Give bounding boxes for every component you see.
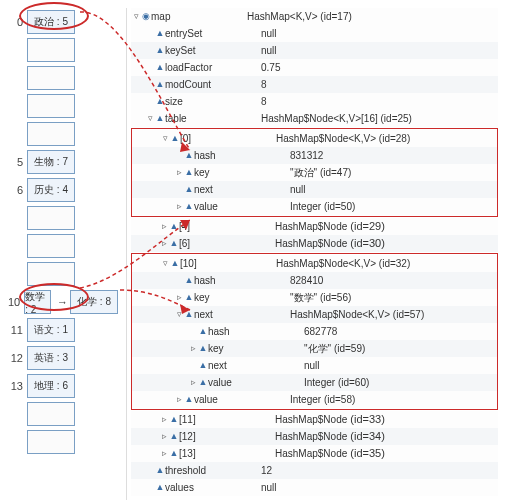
expand-icon[interactable]: ▿ [160,255,170,272]
hash-bucket-array: 0政治 : 55生物 : 76历史 : 410数学 : 2→化学 : 811语文… [8,8,118,500]
highlight-box: ▿ ▲ [0] HashMap$Node<K,V> (id=28) ▲hash8… [131,128,498,217]
bucket-row: 12英语 : 3 [8,344,118,372]
bucket-row [8,232,118,260]
tree-row[interactable]: ▹▲[13]HashMap$Node (id=35) [131,445,498,462]
bucket-cell [27,430,75,454]
bucket-cell: 地理 : 6 [27,374,75,398]
chained-cell: 化学 : 8 [70,290,118,314]
tree-row[interactable]: ▿ ▲ [10] HashMap$Node<K,V> (id=32) [132,255,497,272]
expand-icon[interactable]: ▿ [145,110,155,127]
bucket-row [8,428,118,456]
object-icon: ◉ [141,8,151,25]
bucket-cell: 政治 : 5 [27,10,75,34]
bucket-cell [27,206,75,230]
debugger-variables-tree: ▿ ◉ map HashMap<K,V> (id=17) ▲entrySetnu… [126,8,498,500]
bucket-cell [27,402,75,426]
bucket-cell [27,262,75,286]
bucket-row: 5生物 : 7 [8,148,118,176]
bucket-cell: 生物 : 7 [27,150,75,174]
bucket-cell: 语文 : 1 [27,318,75,342]
bucket-row [8,92,118,120]
bucket-cell: 英语 : 3 [27,346,75,370]
highlight-box: ▿ ▲ [10] HashMap$Node<K,V> (id=32) ▲hash… [131,253,498,410]
bucket-row [8,120,118,148]
bucket-row [8,260,118,288]
tree-row[interactable]: ▿ ▲ table HashMap$Node<K,V>[16] (id=25) [131,110,498,127]
tree-row[interactable]: ▿ ▲ [0] HashMap$Node<K,V> (id=28) [132,130,497,147]
bucket-row [8,204,118,232]
array-icon: ▲ [155,110,165,127]
bucket-row [8,64,118,92]
tree-row[interactable]: ▲modCount8 [131,76,498,93]
tree-row[interactable]: ▹▲[12]HashMap$Node (id=34) [131,428,498,445]
tree-row[interactable]: ▹▲[6]HashMap$Node (id=30) [131,235,498,252]
node-icon: ▲ [170,255,180,272]
tree-row[interactable]: ▹▲[11]HashMap$Node (id=33) [131,411,498,428]
bucket-cell [27,38,75,62]
bucket-cell: 历史 : 4 [27,178,75,202]
expand-icon[interactable]: ▿ [160,130,170,147]
bucket-row: 10数学 : 2→化学 : 8 [8,288,118,316]
bucket-row: 0政治 : 5 [8,8,118,36]
expand-icon[interactable]: ▿ [131,8,141,25]
bucket-row: 6历史 : 4 [8,176,118,204]
bucket-cell: 数学 : 2 [24,290,51,314]
bucket-row [8,400,118,428]
bucket-row: 11语文 : 1 [8,316,118,344]
tree-row[interactable]: ▲loadFactor0.75 [131,59,498,76]
bucket-cell [27,94,75,118]
tree-row[interactable]: ▿ ◉ map HashMap<K,V> (id=17) [131,8,498,25]
tree-row[interactable]: ▲entrySetnull [131,25,498,42]
bucket-cell [27,122,75,146]
tree-row[interactable]: ▹▲[4]HashMap$Node (id=29) [131,218,498,235]
node-icon: ▲ [170,130,180,147]
bucket-cell [27,66,75,90]
bucket-row: 13地理 : 6 [8,372,118,400]
bucket-row [8,36,118,64]
tree-row[interactable]: ▲size8 [131,93,498,110]
tree-row[interactable]: ▲keySetnull [131,42,498,59]
bucket-cell [27,234,75,258]
